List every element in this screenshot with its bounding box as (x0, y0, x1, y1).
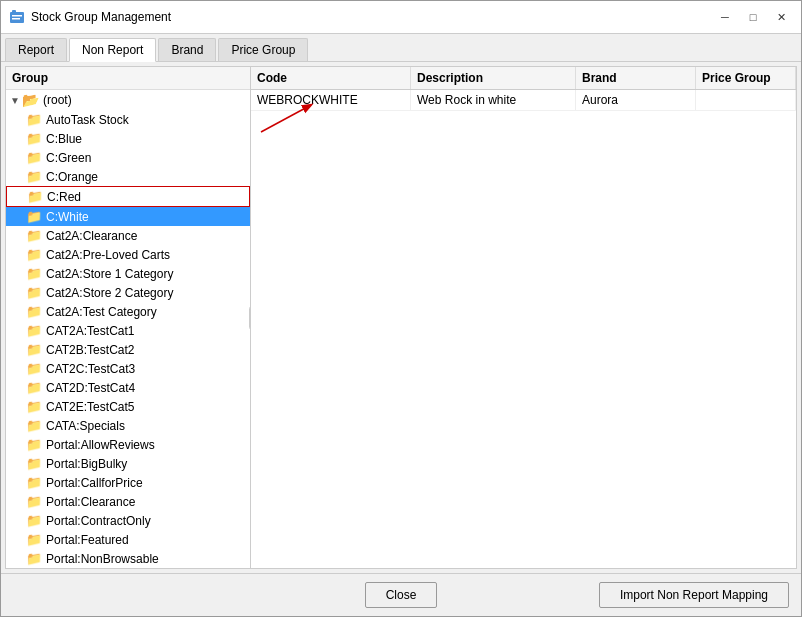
tree-item-portal-featured[interactable]: 📁 Portal:Featured (6, 530, 250, 549)
folder-icon: 📁 (26, 266, 42, 281)
folder-icon: 📁 (26, 532, 42, 547)
right-panel: Code Description Brand Price Group WEBRO… (251, 67, 796, 568)
cell-price-group (696, 90, 796, 110)
group-header: Group (6, 67, 250, 90)
folder-open-icon: 📂 (22, 92, 39, 108)
tree-label: CAT2D:TestCat4 (46, 381, 135, 395)
tab-brand[interactable]: Brand (158, 38, 216, 61)
tree-label: Portal:BigBulky (46, 457, 127, 471)
folder-icon: 📁 (26, 551, 42, 566)
folder-icon: 📁 (26, 247, 42, 262)
folder-icon: 📁 (26, 304, 42, 319)
folder-icon: 📁 (26, 494, 42, 509)
tree-item-portal-contractonly[interactable]: 📁 Portal:ContractOnly (6, 511, 250, 530)
tree-label: Cat2A:Store 1 Category (46, 267, 173, 281)
tree-label: C:Green (46, 151, 91, 165)
folder-icon: 📁 (26, 209, 42, 224)
table-header: Code Description Brand Price Group (251, 67, 796, 90)
tree-label: Cat2A:Store 2 Category (46, 286, 173, 300)
tree-item-cat2c-testcat3[interactable]: 📁 CAT2C:TestCat3 (6, 359, 250, 378)
minimize-button[interactable]: ─ (713, 7, 737, 27)
tree-label: CATA:Specials (46, 419, 125, 433)
tree-item-cat2a-store2[interactable]: 📁 Cat2A:Store 2 Category (6, 283, 250, 302)
bottom-bar: Close Import Non Report Mapping (1, 573, 801, 616)
folder-icon: 📁 (26, 475, 42, 490)
tree-item-cat2a-preloved[interactable]: 📁 Cat2A:Pre-Loved Carts (6, 245, 250, 264)
tree-item-cat2e-testcat5[interactable]: 📁 CAT2E:TestCat5 (6, 397, 250, 416)
folder-icon: 📁 (26, 150, 42, 165)
tree-label: AutoTask Stock (46, 113, 129, 127)
tree-label: Portal:ContractOnly (46, 514, 151, 528)
tree-item-cata-specials[interactable]: 📁 CATA:Specials (6, 416, 250, 435)
import-button[interactable]: Import Non Report Mapping (599, 582, 789, 608)
tree-item-cat2a-clearance[interactable]: 📁 Cat2A:Clearance (6, 226, 250, 245)
tree-item-portal-callforprice[interactable]: 📁 Portal:CallforPrice (6, 473, 250, 492)
tree-label: Cat2A:Pre-Loved Carts (46, 248, 170, 262)
tree-label: C:Blue (46, 132, 82, 146)
tree-item-portal-bigbulky[interactable]: 📁 Portal:BigBulky (6, 454, 250, 473)
tabs-bar: Report Non Report Brand Price Group (1, 34, 801, 62)
close-button[interactable]: Close (365, 582, 438, 608)
tree-label: C:Orange (46, 170, 98, 184)
tree-label: CAT2A:TestCat1 (46, 324, 134, 338)
folder-icon: 📁 (26, 169, 42, 184)
tree-item-root[interactable]: ▼ 📂 (root) (6, 90, 250, 110)
folder-icon: 📁 (26, 437, 42, 452)
tree-item-cgreen[interactable]: 📁 C:Green (6, 148, 250, 167)
col-header-brand: Brand (576, 67, 696, 89)
tree-item-cat2b-testcat2[interactable]: 📁 CAT2B:TestCat2 (6, 340, 250, 359)
tree-label: CAT2B:TestCat2 (46, 343, 134, 357)
folder-icon: 📁 (26, 285, 42, 300)
svg-rect-3 (12, 18, 20, 20)
tab-report[interactable]: Report (5, 38, 67, 61)
window-title: Stock Group Management (31, 10, 713, 24)
folder-icon: 📁 (27, 189, 43, 204)
window-controls: ─ □ ✕ (713, 7, 793, 27)
folder-icon: 📁 (26, 418, 42, 433)
folder-icon: 📁 (26, 228, 42, 243)
tree-label: Portal:NonBrowsable (46, 552, 159, 566)
tree-item-portal-nonbrowsable[interactable]: 📁 Portal:NonBrowsable (6, 549, 250, 568)
cell-code: WEBROCKWHITE (251, 90, 411, 110)
col-header-code: Code (251, 67, 411, 89)
tree-label: C:White (46, 210, 89, 224)
folder-icon: 📁 (26, 112, 42, 127)
tree-item-cred[interactable]: 📁 C:Red (6, 186, 250, 207)
tree-label: Portal:CallforPrice (46, 476, 143, 490)
tree-label: Portal:Featured (46, 533, 129, 547)
table-row[interactable]: WEBROCKWHITE Web Rock in white Aurora (251, 90, 796, 111)
tree-item-autotask[interactable]: 📁 AutoTask Stock (6, 110, 250, 129)
close-window-button[interactable]: ✕ (769, 7, 793, 27)
tree-item-cblue[interactable]: 📁 C:Blue (6, 129, 250, 148)
tab-price-group[interactable]: Price Group (218, 38, 308, 61)
tree-item-cwhite[interactable]: 📁 C:White (6, 207, 250, 226)
left-panel: Group ▼ 📂 (root) 📁 AutoTask Stock 📁 C:Bl… (6, 67, 251, 568)
tab-non-report[interactable]: Non Report (69, 38, 156, 62)
table-body: WEBROCKWHITE Web Rock in white Aurora (251, 90, 796, 568)
tree-label: Portal:Clearance (46, 495, 135, 509)
cell-brand: Aurora (576, 90, 696, 110)
tree-label: Portal:AllowReviews (46, 438, 155, 452)
tree-item-cat2a-store1[interactable]: 📁 Cat2A:Store 1 Category (6, 264, 250, 283)
tree-item-corange[interactable]: 📁 C:Orange (6, 167, 250, 186)
tree-label: Cat2A:Clearance (46, 229, 137, 243)
tree-item-cat2d-testcat4[interactable]: 📁 CAT2D:TestCat4 (6, 378, 250, 397)
tree-container[interactable]: ▼ 📂 (root) 📁 AutoTask Stock 📁 C:Blue 📁 C… (6, 90, 250, 568)
expand-icon: ▼ (10, 95, 20, 106)
tree-item-portal-clearance[interactable]: 📁 Portal:Clearance (6, 492, 250, 511)
tree-item-cat2a-test[interactable]: 📁 Cat2A:Test Category (6, 302, 250, 321)
folder-icon: 📁 (26, 399, 42, 414)
cell-description: Web Rock in white (411, 90, 576, 110)
tree-item-cat2a-testcat1[interactable]: 📁 CAT2A:TestCat1 (6, 321, 250, 340)
folder-icon: 📁 (26, 456, 42, 471)
title-bar: Stock Group Management ─ □ ✕ (1, 1, 801, 34)
col-header-price-group: Price Group (696, 67, 796, 89)
maximize-button[interactable]: □ (741, 7, 765, 27)
folder-icon: 📁 (26, 342, 42, 357)
main-content: Group ▼ 📂 (root) 📁 AutoTask Stock 📁 C:Bl… (5, 66, 797, 569)
folder-icon: 📁 (26, 513, 42, 528)
tree-label: C:Red (47, 190, 81, 204)
svg-rect-1 (12, 10, 16, 13)
tree-label-root: (root) (43, 93, 72, 107)
tree-item-portal-allowreviews[interactable]: 📁 Portal:AllowReviews (6, 435, 250, 454)
